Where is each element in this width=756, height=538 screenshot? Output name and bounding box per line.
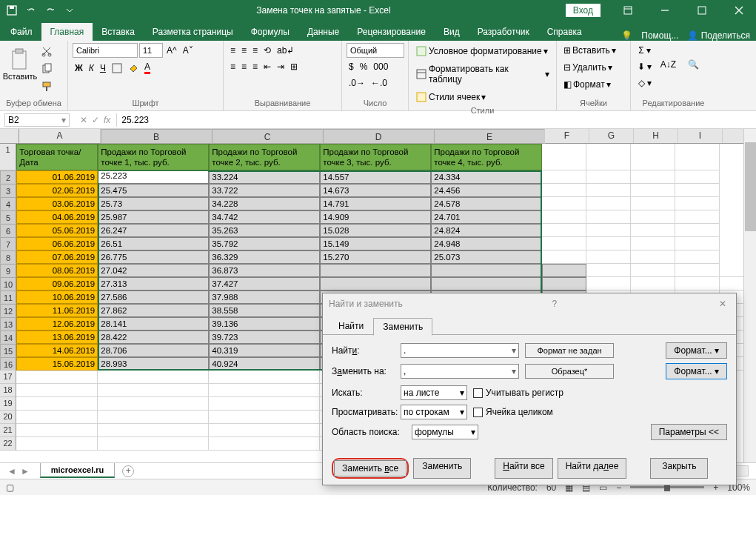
replace-all-button[interactable]: Заменить все xyxy=(334,460,407,476)
data-cell[interactable] xyxy=(542,264,586,277)
tab-help[interactable]: Справка xyxy=(538,23,591,41)
row-header[interactable]: 12 xyxy=(0,304,16,317)
data-cell[interactable]: 07.06.2019 xyxy=(16,250,98,264)
help-search[interactable]: Помощ... xyxy=(641,30,678,41)
col-header[interactable]: G xyxy=(589,129,634,143)
minimize-button[interactable] xyxy=(648,0,682,21)
data-cell[interactable]: 35.792 xyxy=(209,237,320,250)
copy-icon[interactable] xyxy=(39,61,55,77)
data-cell[interactable]: 01.06.2019 xyxy=(16,170,98,184)
data-cell[interactable] xyxy=(320,277,431,290)
replace-format-button[interactable]: Формат... ▾ xyxy=(666,363,727,379)
data-cell[interactable]: 36.873 xyxy=(209,264,320,277)
row-header[interactable]: 1 xyxy=(0,144,16,170)
col-header[interactable]: D xyxy=(323,129,434,144)
data-cell[interactable]: 25.475 xyxy=(98,184,209,197)
tab-layout[interactable]: Разметка страницы xyxy=(144,23,242,41)
row-header[interactable]: 17 xyxy=(0,371,16,384)
search-scope-select[interactable]: на листе▾ xyxy=(401,385,467,400)
data-cell[interactable]: 15.270 xyxy=(320,250,431,264)
data-cell[interactable]: 34.228 xyxy=(209,197,320,210)
close-button[interactable]: Закрыть xyxy=(650,458,708,479)
row-header[interactable]: 15 xyxy=(0,344,16,357)
data-cell[interactable]: 39.136 xyxy=(209,317,320,331)
data-cell[interactable]: 24.578 xyxy=(431,197,542,210)
row-header[interactable]: 14 xyxy=(0,331,16,344)
align-center-icon[interactable]: ≡ xyxy=(239,59,249,74)
data-cell[interactable]: 27.586 xyxy=(98,290,209,304)
indent-decrease-icon[interactable]: ⇤ xyxy=(261,59,273,74)
vertical-scrollbar[interactable] xyxy=(743,129,756,462)
col-header[interactable]: A xyxy=(19,129,101,143)
data-cell[interactable]: 26.775 xyxy=(98,250,209,264)
align-left-icon[interactable]: ≡ xyxy=(228,59,238,74)
data-cell[interactable]: 05.06.2019 xyxy=(16,224,98,237)
row-header[interactable]: 22 xyxy=(0,437,16,451)
data-cell[interactable]: 24.948 xyxy=(431,237,542,250)
data-cell[interactable]: 27.862 xyxy=(98,304,209,317)
save-icon[interactable] xyxy=(3,1,21,19)
paste-button[interactable]: Вставить xyxy=(4,43,36,86)
italic-icon[interactable]: К xyxy=(87,61,96,76)
decrease-decimal-icon[interactable]: ←.0 xyxy=(369,76,389,90)
data-cell[interactable]: 02.06.2019 xyxy=(16,184,98,197)
sheet-nav-next-icon[interactable]: ► xyxy=(21,466,30,476)
name-box[interactable]: B2▾ xyxy=(4,113,70,127)
match-case-checkbox[interactable]: Учитывать регистр xyxy=(473,388,563,398)
data-cell[interactable]: 15.06.2019 xyxy=(16,357,98,371)
data-cell[interactable]: 37.988 xyxy=(209,290,320,304)
row-header[interactable]: 19 xyxy=(0,397,16,411)
sheet-tab[interactable]: microexcel.ru xyxy=(40,463,116,478)
data-cell[interactable]: 24.456 xyxy=(431,184,542,197)
cut-icon[interactable] xyxy=(39,43,55,59)
data-cell[interactable]: 08.06.2019 xyxy=(16,264,98,277)
font-name-select[interactable] xyxy=(73,43,138,58)
data-cell[interactable]: 14.909 xyxy=(320,210,431,224)
row-header[interactable]: 8 xyxy=(0,250,16,264)
data-cell[interactable]: 28.706 xyxy=(98,344,209,357)
tab-view[interactable]: Вид xyxy=(435,23,469,41)
align-top-icon[interactable]: ≡ xyxy=(228,43,238,58)
row-header[interactable]: 18 xyxy=(0,384,16,397)
autosum-icon[interactable]: Σ ▾ xyxy=(635,43,654,58)
tab-developer[interactable]: Разработчик xyxy=(469,23,538,41)
zoom-slider[interactable] xyxy=(630,486,704,488)
fx-icon[interactable]: fx xyxy=(104,115,110,125)
select-all-corner[interactable] xyxy=(0,129,19,143)
sort-filter-icon[interactable]: A↓Z xyxy=(657,43,679,86)
indent-increase-icon[interactable]: ⇥ xyxy=(275,59,287,74)
data-cell[interactable]: 25.73 xyxy=(98,197,209,210)
row-header[interactable]: 6 xyxy=(0,224,16,237)
undo-icon[interactable] xyxy=(22,1,40,19)
bold-icon[interactable]: Ж xyxy=(73,61,85,76)
enter-formula-icon[interactable]: ✓ xyxy=(92,115,99,125)
header-cell[interactable]: Продажи по Торговой точке 3, тыс. руб. xyxy=(320,144,431,170)
find-input[interactable]: .▾ xyxy=(401,343,519,358)
col-header[interactable]: B xyxy=(101,129,212,144)
sheet-nav-prev-icon[interactable]: ◄ xyxy=(7,466,16,476)
find-all-button[interactable]: Найти все xyxy=(495,458,553,479)
data-cell[interactable]: 37.427 xyxy=(209,277,320,290)
replace-input[interactable]: ,▾ xyxy=(401,364,519,379)
merge-icon[interactable]: ⊞ xyxy=(288,59,300,74)
data-cell[interactable]: 34.742 xyxy=(209,210,320,224)
search-direction-select[interactable]: по строкам▾ xyxy=(401,405,467,419)
data-cell[interactable]: 24.701 xyxy=(431,210,542,224)
data-cell[interactable]: 28.993 xyxy=(98,357,209,371)
tab-formulas[interactable]: Формулы xyxy=(242,23,298,41)
data-cell[interactable]: 28.141 xyxy=(98,317,209,331)
data-cell[interactable]: 24.334 xyxy=(431,170,542,184)
header-cell[interactable]: Продажи по Торговой точке 2, тыс. руб. xyxy=(209,144,320,170)
tab-data[interactable]: Данные xyxy=(298,23,348,41)
data-cell[interactable]: 33.722 xyxy=(209,184,320,197)
data-cell[interactable]: 24.824 xyxy=(431,224,542,237)
conditional-formatting-button[interactable]: Условное форматирование ▾ xyxy=(413,43,550,59)
maximize-button[interactable] xyxy=(685,0,719,21)
row-header[interactable]: 5 xyxy=(0,210,16,224)
data-cell[interactable]: 27.313 xyxy=(98,277,209,290)
tab-home[interactable]: Главная xyxy=(41,23,93,41)
data-cell[interactable]: 40.924 xyxy=(209,357,320,371)
data-cell[interactable] xyxy=(542,277,586,290)
row-header[interactable]: 11 xyxy=(0,290,16,304)
options-button[interactable]: Параметры << xyxy=(651,424,727,440)
